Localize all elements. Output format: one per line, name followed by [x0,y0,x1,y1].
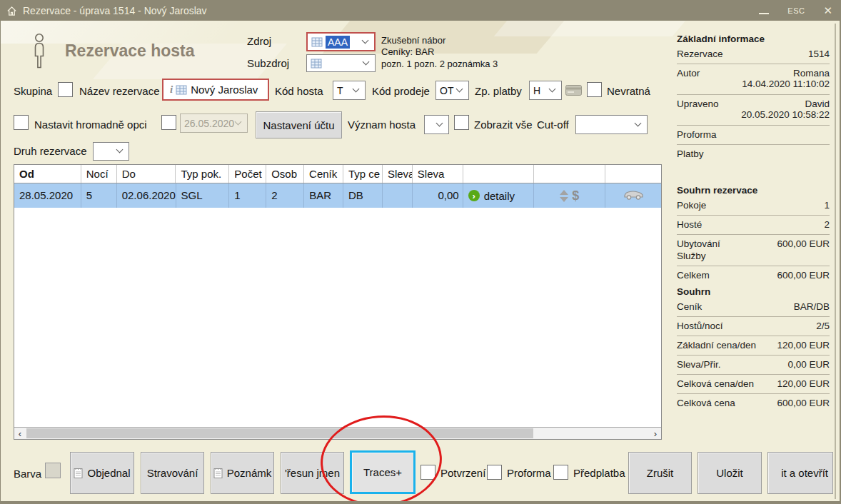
opce-date-select[interactable]: 26.05.2020 [180,114,248,133]
sidebar-row-cenik: CeníkBAR/DB [677,298,830,317]
nazev-rezervace-label: Název rezervace [79,85,160,97]
subzdroj-select[interactable] [306,54,376,72]
barva-color-swatch[interactable] [45,463,61,478]
nazev-rezervace-field[interactable]: i Nový Jaroslav [162,79,269,101]
traces-label: Traces+ [363,466,402,478]
grid-lookup-icon [311,59,322,69]
sidebar-row-upraveno: UpravenoDavid 20.05.2020 10:58:22 [677,95,830,126]
cell-sleva: 0,00 [413,183,463,208]
column-header-detail[interactable] [463,165,535,183]
ulozit-a-otevrit-button[interactable]: it a otevřít [767,452,833,494]
column-header-money[interactable] [534,165,605,183]
column-header-do[interactable]: Do [117,165,176,183]
table-row[interactable]: 28.05.2020 5 02.06.2020 SGL 1 2 BAR DB 0… [14,183,661,208]
column-header-pocet[interactable]: Počet [229,165,266,183]
zp-platby-select[interactable]: H [529,81,562,100]
horizontal-scrollbar[interactable]: ‹ › [14,427,661,439]
close-icon[interactable]: ✕ [823,4,832,17]
money-icon: $ [572,188,579,203]
kod-prodeje-label: Kód prodeje [372,85,430,97]
predplatba-label: Předplatba [573,467,625,479]
column-header-noci[interactable]: Nocí [81,165,117,183]
sidebar-section-title: Souhrn rezervace [677,183,830,196]
chevron-down-icon [363,58,370,65]
kod-prodeje-value: OT [440,85,453,96]
poznamky-button[interactable]: Poznámk [211,452,274,494]
sidebar-row-sleva-prir: Sleva/Přir.0,00 EUR [677,356,830,375]
kod-hosta-select[interactable]: T [333,81,366,100]
nevratna-checkbox[interactable] [587,82,602,97]
cell-noci: 5 [81,183,117,208]
detail-link[interactable]: › detaily [463,183,535,208]
column-header-osob[interactable]: Osob [266,165,304,183]
potvrzeni-checkbox[interactable] [420,465,435,480]
esc-button[interactable]: ESC [787,6,805,15]
house-icon [6,6,17,16]
info-icon[interactable]: i [167,84,176,96]
minimize-icon[interactable] [759,7,769,14]
skupina-label: Skupina [14,85,52,97]
grid-lookup-icon [311,37,323,47]
price-sort-cell[interactable]: $ [534,183,605,208]
payment-card-icon[interactable] [565,85,582,99]
barva-label: Barva [14,468,41,480]
chevron-down-icon [116,146,124,153]
chevron-down-icon [353,85,360,92]
zobrazit-vse-checkbox[interactable] [454,115,469,130]
sidebar-row-proforma: Proforma [677,126,830,145]
presun-jmen-button[interactable]: 'řesun jmen [281,452,344,494]
column-header-car[interactable] [605,165,661,183]
opce-checkbox[interactable] [161,115,176,130]
kod-hosta-value: T [337,85,343,96]
sidebar-row-pokoje: Pokoje1 [677,196,830,216]
column-header-od[interactable]: Od [14,165,81,183]
scroll-left-arrow[interactable]: ‹ [14,428,26,439]
column-header-sleva[interactable]: Sleva [413,165,463,183]
reservation-window: Rezervace - úprava 1514 - Nový Jaroslav … [0,0,841,504]
note-icon [213,468,223,479]
sidebar-row-celkova-cena-den: Celková cena/den120,00 EUR [677,375,830,394]
cell-pocet: 1 [229,183,266,208]
proforma-label: Proforma [507,467,551,479]
poznamky-label: Poznámk [227,467,272,479]
detail-play-icon: › [468,190,480,201]
sidebar-row-zakladni-cena: Základní cena/den120,00 EUR [677,336,830,356]
objednal-label: Objednal [87,467,130,479]
nazev-rezervace-value: Nový Jaroslav [191,84,258,96]
cell-typ-pok: SGL [176,183,230,208]
table-header-row: Od Nocí Do Typ pok. Počet Osob Ceník Typ… [14,165,661,183]
nastaveni-uctu-button[interactable]: Nastavení účtu [256,111,342,138]
ulozit-label: Uložit [716,467,743,479]
nevratna-label: Nevratná [607,85,650,97]
car-cell[interactable] [605,183,661,208]
traces-button[interactable]: Traces+ [350,450,416,494]
predplatba-checkbox[interactable] [553,465,568,480]
kod-prodeje-select[interactable]: OT [435,81,469,100]
zrusit-label: Zrušit [647,467,674,479]
column-header-cenik[interactable]: Ceník [304,165,343,183]
skupina-checkbox[interactable] [58,82,73,97]
sidebar-row-ubytovani: Ubytování600,00 EUR Služby [677,235,830,266]
zdroj-select[interactable]: AAA [306,32,376,51]
cutoff-select[interactable] [575,115,648,134]
vyznam-hosta-select[interactable] [424,115,449,134]
zdroj-value: AAA [326,36,350,49]
objednal-button[interactable]: Objednal [70,452,134,494]
scroll-right-arrow[interactable]: › [650,428,661,439]
source-info-line1: Zkušební nábor [381,35,445,46]
druh-rezervace-select[interactable] [93,142,129,161]
stravovani-button[interactable]: Stravování [141,452,204,494]
scrollbar-thumb[interactable] [26,428,533,438]
sidebar-section-title: Základní informace [677,32,830,45]
cell-do: 02.06.2020 [117,183,176,208]
sidebar-row-celkova-cena: Celková cena600,00 EUR [677,394,830,413]
nastavit-hromadne-checkbox[interactable] [14,115,29,130]
ulozit-button[interactable]: Uložit [698,452,762,494]
zrusit-button[interactable]: Zrušit [628,452,692,494]
column-header-typ-pok[interactable]: Typ pok. [176,165,229,183]
vyznam-hosta-label: Význam hosta [348,119,416,131]
proforma-checkbox[interactable] [487,465,502,480]
column-header-typ-ce[interactable]: Typ ce [343,165,383,183]
column-header-sleva-pct[interactable]: Sleva ' [383,165,413,183]
potvrzeni-label: Potvrzení [440,467,485,479]
